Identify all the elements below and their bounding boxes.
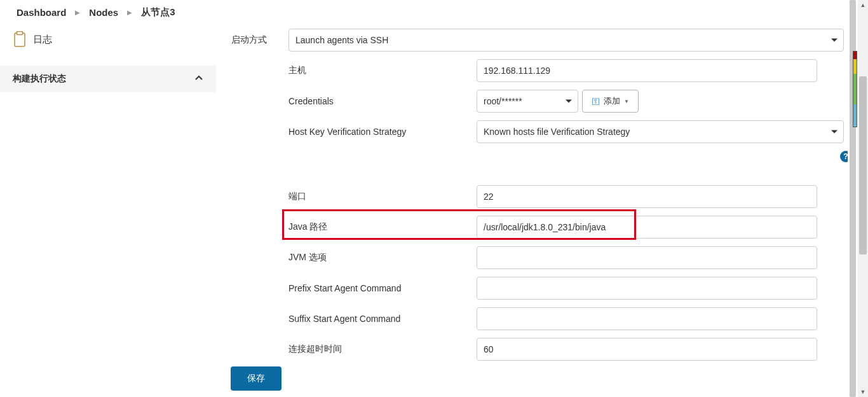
host-key-row: Host Key Verification Strategy Known hos… <box>288 120 868 143</box>
content-area: 启动方式 Launch agents via SSH ? 主机 ? Creden… <box>216 25 868 396</box>
port-row: 端口 ? <box>288 185 868 208</box>
credentials-row: Credentials root/****** ⚿ 添加 ▼ ? <box>288 90 868 113</box>
sidebar-section-label: 构建执行状态 <box>13 73 66 85</box>
prefix-cmd-input[interactable] <box>477 277 817 300</box>
sidebar: 日志 构建执行状态 <box>0 25 216 396</box>
port-label: 端口 <box>288 191 477 202</box>
chevron-up-icon <box>194 74 203 85</box>
jvm-options-input[interactable] <box>477 246 817 269</box>
host-input[interactable] <box>477 59 817 82</box>
launch-method-label: 启动方式 <box>231 34 288 46</box>
scroll-up-arrow-icon[interactable]: ▲ <box>858 0 868 10</box>
timeout-row: 连接超时时间 ? <box>288 338 868 361</box>
sidebar-item-label: 日志 <box>33 34 52 46</box>
chevron-right-icon: ▶ <box>127 9 132 16</box>
launch-method-select[interactable]: Launch agents via SSH <box>288 29 844 52</box>
prefix-cmd-label: Prefix Start Agent Command <box>288 283 477 293</box>
credentials-label: Credentials <box>288 96 477 106</box>
minimap-indicator <box>853 51 857 127</box>
clipboard-icon <box>13 31 27 48</box>
credentials-select[interactable]: root/****** <box>477 90 578 113</box>
suffix-cmd-input[interactable] <box>477 307 817 330</box>
suffix-cmd-label: Suffix Start Agent Command <box>288 314 477 324</box>
save-bar: 保存 <box>231 366 281 391</box>
timeout-input[interactable] <box>477 338 817 361</box>
breadcrumb-dashboard[interactable]: Dashboard <box>17 7 66 18</box>
chevron-right-icon: ▶ <box>75 9 80 16</box>
host-row: 主机 ? <box>288 59 868 82</box>
java-path-label: Java 路径 <box>288 221 477 233</box>
host-key-select[interactable]: Known hosts file Verification Strategy <box>477 120 844 143</box>
prefix-cmd-row: Prefix Start Agent Command ? <box>288 277 868 300</box>
breadcrumb-node[interactable]: 从节点3 <box>141 6 175 18</box>
outer-scrollbar[interactable]: ▲ ▼ <box>858 0 868 397</box>
add-button-label: 添加 <box>604 95 620 107</box>
add-credentials-button[interactable]: ⚿ 添加 ▼ <box>582 90 639 113</box>
key-icon: ⚿ <box>592 97 600 106</box>
save-button[interactable]: 保存 <box>231 366 281 391</box>
host-label: 主机 <box>288 65 477 76</box>
timeout-label: 连接超时时间 <box>288 344 477 355</box>
launch-method-row: 启动方式 Launch agents via SSH ? <box>231 29 868 52</box>
jvm-options-label: JVM 选项 <box>288 252 477 263</box>
java-path-row: Java 路径 ? <box>288 216 868 239</box>
host-key-label: Host Key Verification Strategy <box>288 127 477 137</box>
jvm-options-row: JVM 选项 ? <box>288 246 868 269</box>
sidebar-section-build-status[interactable]: 构建执行状态 <box>0 66 216 92</box>
svg-rect-1 <box>17 32 23 35</box>
breadcrumb: Dashboard ▶ Nodes ▶ 从节点3 <box>0 0 868 25</box>
caret-down-icon: ▼ <box>624 99 629 104</box>
sidebar-item-log[interactable]: 日志 <box>0 25 216 54</box>
java-path-input[interactable] <box>477 216 817 239</box>
extra-help-row: ? <box>288 151 868 162</box>
suffix-cmd-row: Suffix Start Agent Command ? <box>288 307 868 330</box>
breadcrumb-nodes[interactable]: Nodes <box>89 7 118 18</box>
port-input[interactable] <box>477 185 817 208</box>
scrollbar-thumb[interactable] <box>859 76 867 254</box>
scroll-down-arrow-icon[interactable]: ▼ <box>858 387 868 397</box>
